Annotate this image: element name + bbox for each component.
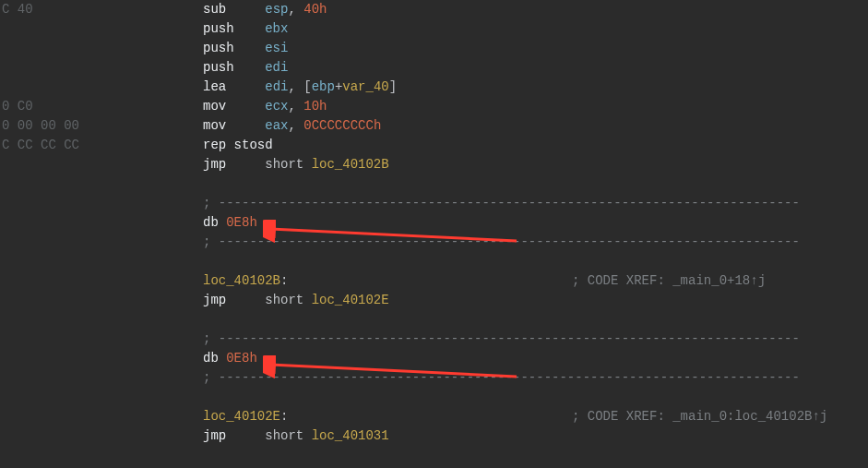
asm-code: loc_40102E:; CODE XREF: _main_0:loc_4010… <box>203 407 868 426</box>
asm-line: loc_40102E:; CODE XREF: _main_0:loc_4010… <box>0 407 868 426</box>
asm-line: ; --------------------------------------… <box>0 330 868 349</box>
asm-line: lea edi, [ebp+var_40] <box>0 78 868 97</box>
mnemonic: push <box>203 21 234 36</box>
hex-bytes: C CC CC CC <box>0 136 85 155</box>
asm-code: mov ecx, 10h <box>203 97 868 116</box>
asm-code: ; --------------------------------------… <box>203 330 868 349</box>
separator: ; --------------------------------------… <box>203 196 800 210</box>
mnemonic: jmp <box>203 293 226 307</box>
asm-code: db 0E8h <box>203 213 868 233</box>
asm-line: push ebx <box>0 19 868 39</box>
code-xref: ; CODE XREF: _main_0+18↑j <box>572 271 766 291</box>
asm-line: push esi <box>0 39 868 58</box>
asm-line: ; --------------------------------------… <box>0 194 868 213</box>
asm-line: jmp short loc_401031 <box>0 426 868 446</box>
asm-code: mov eax, 0CCCCCCCCh <box>203 116 868 136</box>
asm-line: jmp short loc_40102B <box>0 155 868 174</box>
asm-line: ; --------------------------------------… <box>0 233 868 252</box>
asm-line: C 40sub esp, 40h <box>0 0 868 19</box>
mnemonic: mov <box>203 118 226 133</box>
asm-code: push ebx <box>203 19 868 39</box>
asm-code: push edi <box>203 58 868 78</box>
asm-line: push edi <box>0 58 868 78</box>
asm-line: db 0E8h <box>0 213 868 233</box>
asm-line: db 0E8h <box>0 349 868 368</box>
mnemonic: jmp <box>203 157 226 172</box>
mnemonic: push <box>203 41 234 55</box>
asm-line: 0 00 00 00mov eax, 0CCCCCCCCh <box>0 116 868 136</box>
asm-code: db 0E8h <box>203 349 868 368</box>
asm-code: ; --------------------------------------… <box>203 194 868 213</box>
asm-code: push esi <box>203 39 868 58</box>
code-xref: ; CODE XREF: _main_0:loc_40102B↑j <box>572 407 827 426</box>
asm-code: ; --------------------------------------… <box>203 233 868 252</box>
asm-line <box>0 388 868 407</box>
asm-line <box>0 174 868 194</box>
separator: ; --------------------------------------… <box>203 331 800 346</box>
asm-line <box>0 310 868 330</box>
asm-line <box>0 252 868 271</box>
asm-code: rep stosd <box>203 136 868 155</box>
asm-code: ; --------------------------------------… <box>203 368 868 388</box>
asm-code: loc_40102B:; CODE XREF: _main_0+18↑j <box>203 271 868 291</box>
asm-code: sub esp, 40h <box>203 0 868 19</box>
asm-line: loc_40102B:; CODE XREF: _main_0+18↑j <box>0 271 868 291</box>
separator: ; --------------------------------------… <box>203 234 800 249</box>
hex-bytes: 0 00 00 00 <box>0 116 85 136</box>
asm-code: lea edi, [ebp+var_40] <box>203 78 868 97</box>
asm-line: 0 C0mov ecx, 10h <box>0 97 868 116</box>
mnemonic: jmp <box>203 428 226 443</box>
asm-code: jmp short loc_401031 <box>203 426 868 446</box>
mnemonic: push <box>203 60 234 75</box>
asm-code: jmp short loc_40102B <box>203 155 868 174</box>
asm-code: jmp short loc_40102E <box>203 291 868 310</box>
separator: ; --------------------------------------… <box>203 370 800 385</box>
mnemonic: lea <box>203 79 226 94</box>
asm-line: ; --------------------------------------… <box>0 368 868 388</box>
mnemonic: sub <box>203 2 226 17</box>
hex-bytes: C 40 <box>0 0 85 19</box>
disassembly-listing: C 40sub esp, 40hpush ebxpush esipush edi… <box>0 0 868 446</box>
asm-line: C CC CC CCrep stosd <box>0 136 868 155</box>
mnemonic: mov <box>203 99 226 114</box>
hex-bytes: 0 C0 <box>0 97 85 116</box>
asm-line: jmp short loc_40102E <box>0 291 868 310</box>
